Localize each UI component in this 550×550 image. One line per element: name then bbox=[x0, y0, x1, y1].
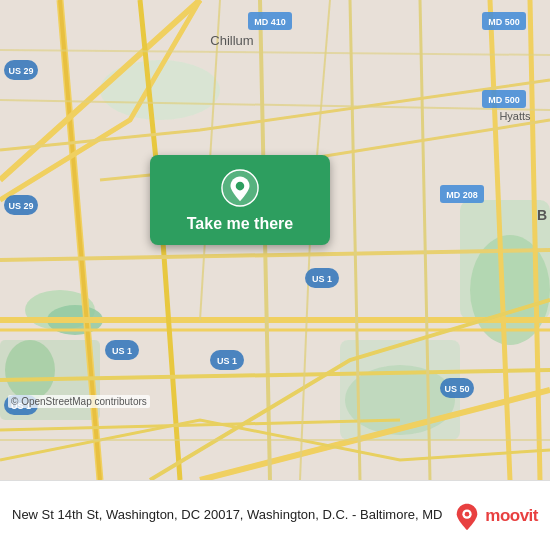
svg-text:B: B bbox=[537, 207, 547, 223]
svg-point-9 bbox=[345, 365, 455, 435]
take-me-there-label: Take me there bbox=[187, 215, 293, 233]
svg-point-38 bbox=[465, 511, 470, 516]
svg-text:US 29: US 29 bbox=[8, 201, 33, 211]
svg-text:Hyatts: Hyatts bbox=[499, 110, 531, 122]
osm-credit: © OpenStreetMap contributors bbox=[8, 395, 150, 408]
address-text: New St 14th St, Washington, DC 20017, Wa… bbox=[12, 506, 453, 524]
svg-text:MD 500: MD 500 bbox=[488, 17, 520, 27]
svg-text:Chillum: Chillum bbox=[210, 33, 253, 48]
svg-text:US 50: US 50 bbox=[444, 384, 469, 394]
moovit-brand-name: moovit bbox=[485, 506, 538, 526]
moovit-logo: moovit bbox=[453, 502, 538, 530]
svg-text:US 1: US 1 bbox=[112, 346, 132, 356]
svg-text:US 29: US 29 bbox=[8, 66, 33, 76]
svg-text:MD 500: MD 500 bbox=[488, 95, 520, 105]
svg-text:MD 208: MD 208 bbox=[446, 190, 478, 200]
svg-text:US 1: US 1 bbox=[217, 356, 237, 366]
take-me-there-button[interactable]: Take me there bbox=[150, 155, 330, 245]
bottom-bar: New St 14th St, Washington, DC 20017, Wa… bbox=[0, 480, 550, 550]
svg-point-6 bbox=[5, 340, 55, 400]
location-pin-icon bbox=[221, 169, 259, 207]
svg-text:MD 410: MD 410 bbox=[254, 17, 286, 27]
moovit-pin-icon bbox=[453, 502, 481, 530]
map-container: MD 410 MD 500 MD 500 MD 208 US 29 US 29 … bbox=[0, 0, 550, 480]
svg-point-36 bbox=[236, 182, 245, 191]
svg-text:US 1: US 1 bbox=[312, 274, 332, 284]
